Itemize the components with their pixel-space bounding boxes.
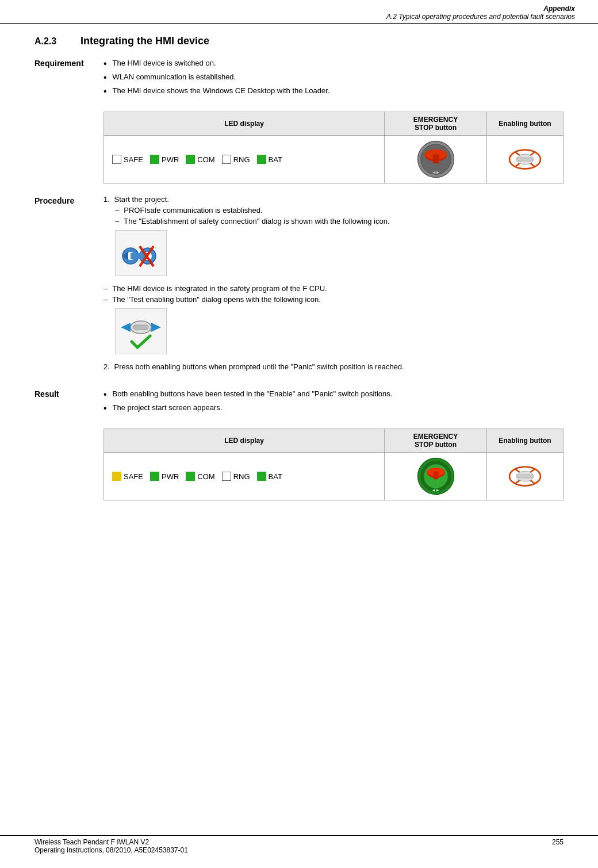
bat-led-box-2 <box>257 472 266 481</box>
pwr-led-box-2 <box>150 472 159 481</box>
com-led-box-2 <box>186 472 195 481</box>
footer-line2: Operating Instructions, 08/2010, A5E0245… <box>34 846 188 854</box>
req-bullet-1: The HMI device is switched on. <box>103 59 564 69</box>
enable-icon-2 <box>493 465 557 488</box>
led-com-2: COM <box>186 472 214 481</box>
step2-num: 2. <box>103 362 110 371</box>
result-list: Both enabling buttons have been tested i… <box>103 389 564 414</box>
led-col1-header: LED display <box>104 112 385 136</box>
led-bat-1: BAT <box>257 155 282 164</box>
step1-sub-3: The HMI device is integrated in the safe… <box>103 284 564 293</box>
com-led-box-1 <box>186 155 195 164</box>
svg-rect-28 <box>433 471 438 479</box>
result-bullet-1: Both enabling buttons have been tested i… <box>103 389 564 400</box>
connection-icon-container <box>115 230 167 276</box>
enable-test-icon-container <box>115 308 167 354</box>
header-line1: Appendix <box>23 5 575 13</box>
led2-col2-header: EMERGENCYSTOP button <box>385 429 487 453</box>
page-footer: Wireless Teach Pendant F IWLAN V2 Operat… <box>0 835 598 856</box>
enable-cell-2 <box>486 453 563 500</box>
step2-text: Press both enabling buttons when prompte… <box>114 362 404 371</box>
section-number: A.2.3 <box>34 36 80 47</box>
enable-cell-1 <box>486 136 563 183</box>
safe-label-1: SAFE <box>124 155 143 164</box>
step1-sublist-2: The HMI device is integrated in the safe… <box>103 284 564 304</box>
requirement-list: The HMI device is switched on. WLAN comm… <box>103 59 564 97</box>
section-heading: A.2.3 Integrating the HMI device <box>34 35 564 47</box>
procedure-content: 1. Start the project. PROFIsafe communic… <box>103 195 564 376</box>
connection-icon-box <box>115 230 564 276</box>
page-header: Appendix A.2 Typical operating procedure… <box>0 0 598 24</box>
result-label: Result <box>34 389 103 423</box>
pwr-led-box-1 <box>150 155 159 164</box>
result-bullet-2: The project start screen appears. <box>103 403 564 414</box>
header-line2: A.2 Typical operating procedures and pot… <box>23 13 575 21</box>
svg-marker-20 <box>151 323 161 332</box>
procedure-step-2: 2. Press both enabling buttons when prom… <box>103 362 564 371</box>
svg-marker-19 <box>121 323 131 332</box>
led-indicators-row1: SAFE PWR COM RNG <box>104 136 385 183</box>
requirement-section: Requirement The HMI device is switched o… <box>34 59 564 106</box>
step1-num: 1. <box>103 195 110 204</box>
estop-cell-2: ◀ ▶ <box>385 453 487 500</box>
footer-page: 255 <box>552 838 564 854</box>
footer-left: Wireless Teach Pendant F IWLAN V2 Operat… <box>34 838 188 854</box>
bat-label-1: BAT <box>269 155 282 164</box>
led-table-1: LED display EMERGENCYSTOP button Enablin… <box>103 112 564 183</box>
safe-led-box-1 <box>112 155 121 164</box>
led-pwr-2: PWR <box>150 472 179 481</box>
led-col3-header: Enabling button <box>486 112 563 136</box>
enable-test-svg <box>118 310 164 353</box>
led-rng-2: RNG <box>222 472 250 481</box>
rng-led-box-2 <box>222 472 231 481</box>
led-com-1: COM <box>186 155 214 164</box>
req-bullet-2: WLAN communication is established. <box>103 72 564 83</box>
bat-label-2: BAT <box>269 472 282 481</box>
led-rng-1: RNG <box>222 155 250 164</box>
enable-svg-1 <box>508 148 542 171</box>
safe-label-2: SAFE <box>124 472 143 481</box>
bat-led-box-1 <box>257 155 266 164</box>
rng-led-box-1 <box>222 155 231 164</box>
svg-rect-4 <box>432 154 439 163</box>
result-content: Both enabling buttons have been tested i… <box>103 389 564 423</box>
com-label-2: COM <box>197 472 214 481</box>
enable-test-icon-box <box>115 308 564 354</box>
svg-rect-34 <box>517 475 532 478</box>
svg-rect-22 <box>133 325 148 330</box>
pwr-label-1: PWR <box>162 155 179 164</box>
safe-led-box-2 <box>112 472 121 481</box>
svg-rect-10 <box>517 158 532 161</box>
svg-text:◀ ▶: ◀ ▶ <box>432 488 439 492</box>
led-safe-1: SAFE <box>112 155 143 164</box>
result-section: Result Both enabling buttons have been t… <box>34 389 564 423</box>
req-bullet-3: The HMI device shows the Windows CE Desk… <box>103 86 564 97</box>
led-col2-header: EMERGENCYSTOP button <box>385 112 487 136</box>
pwr-label-2: PWR <box>162 472 179 481</box>
led2-col3-header: Enabling button <box>486 429 563 453</box>
estop-icon-1: ◀ ▶ <box>390 139 481 179</box>
estop-cell-1: ◀ ▶ <box>385 136 487 183</box>
procedure-label: Procedure <box>34 195 103 376</box>
procedure-step-1: 1. Start the project. PROFIsafe communic… <box>103 195 564 225</box>
step1-sub-4: The "Test enabling button" dialog opens … <box>103 295 564 304</box>
estop-icon-2: ◀ ▶ <box>390 456 481 496</box>
procedure-section: Procedure 1. Start the project. PROFIsaf… <box>34 195 564 376</box>
led-table-2: LED display EMERGENCYSTOP button Enablin… <box>103 429 564 500</box>
step1-sub-2: The "Establishment of safety connection"… <box>115 217 564 225</box>
enable-svg-2 <box>508 465 542 488</box>
led-bat-2: BAT <box>257 472 282 481</box>
svg-text:◀ ▶: ◀ ▶ <box>432 170 440 174</box>
step1-sublist: PROFIsafe communication is established. … <box>115 206 564 225</box>
page-content: A.2.3 Integrating the HMI device Require… <box>0 24 598 535</box>
com-label-1: COM <box>197 155 214 164</box>
footer-line1: Wireless Teach Pendant F IWLAN V2 <box>34 838 188 846</box>
section-title: Integrating the HMI device <box>80 35 209 47</box>
step1-sub-1: PROFIsafe communication is established. <box>115 206 564 215</box>
requirement-content: The HMI device is switched on. WLAN comm… <box>103 59 564 106</box>
led-indicators-row2: SAFE PWR COM RNG <box>104 453 385 500</box>
led-safe-2: SAFE <box>112 472 143 481</box>
estop-svg-2: ◀ ▶ <box>416 456 456 496</box>
rng-label-1: RNG <box>233 155 250 164</box>
connection-svg <box>118 232 164 275</box>
